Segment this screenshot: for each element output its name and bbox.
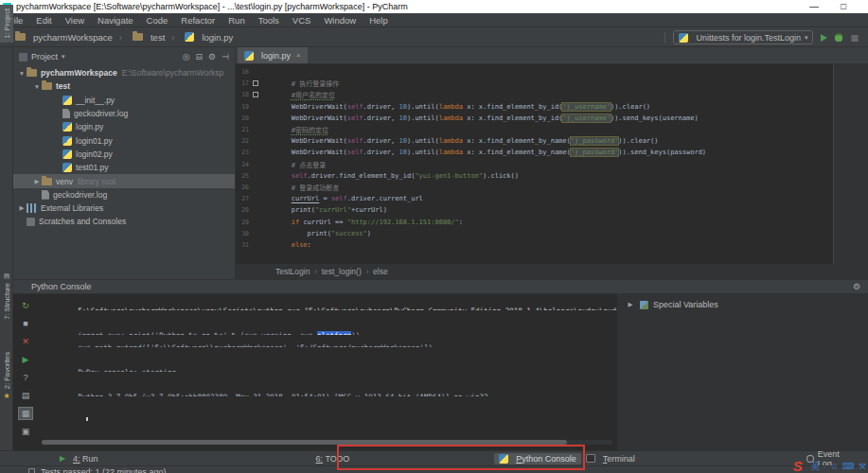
close-tab-icon[interactable]: × xyxy=(296,51,301,60)
settings-icon[interactable]: ⚙ xyxy=(208,52,216,61)
menu-item[interactable]: Navigate xyxy=(91,15,140,26)
editor-tab-login-py[interactable]: login.py × xyxy=(238,47,308,63)
tree-item[interactable]: ▼ pycharmWorkspace E:\Software\pycharmWo… xyxy=(13,66,235,79)
tree-item-icon xyxy=(62,96,72,105)
minimize-button[interactable]: — xyxy=(809,0,819,13)
navbar-item[interactable]: pycharmWorkspace xyxy=(15,32,113,43)
tool-window-tab-favorites[interactable]: 2: Favorites ★ xyxy=(0,352,13,400)
help-icon[interactable]: ? xyxy=(19,372,32,383)
code-token: self xyxy=(331,195,347,202)
console-token xyxy=(78,418,86,421)
tool-window-button-label: 4: Run xyxy=(73,454,98,464)
line-number: 29 xyxy=(236,219,251,226)
run-configuration-select[interactable]: Unittests for login.TestLogin ▾ xyxy=(673,30,813,44)
debug-button[interactable] xyxy=(835,33,842,42)
execute-icon[interactable]: ▶ xyxy=(19,354,32,365)
tree-item[interactable]: ▼ test xyxy=(13,79,235,93)
tree-item[interactable]: ▶ venv library root xyxy=(13,174,235,187)
line-number: 30 xyxy=(236,230,251,237)
tool-window-button[interactable]: 4: Run xyxy=(55,453,103,464)
console-settings-icon[interactable]: ▤ xyxy=(19,390,32,401)
locate-icon[interactable]: ◎ xyxy=(183,52,190,61)
tool-window-button[interactable]: Terminal xyxy=(581,453,640,464)
code-line: 26 # 登录成功断言 xyxy=(236,182,833,193)
code-line: 30 print("success") xyxy=(236,228,833,239)
tree-item[interactable]: ▶ External Libraries xyxy=(13,201,235,215)
special-variables-node[interactable]: ▶ Special Variables xyxy=(626,300,868,309)
code-line: 16 xyxy=(236,66,833,78)
menu-item[interactable]: Edit xyxy=(29,15,58,26)
console-line: E:\Software\pycharmWorkspace\venv\Script… xyxy=(44,298,617,310)
window-title: pycharmWorkspace [E:\Software\pycharmWor… xyxy=(16,2,408,11)
menu-item[interactable]: Help xyxy=(363,15,395,26)
line-number: 19 xyxy=(236,103,251,111)
coverage-button[interactable]: ▦ xyxy=(850,33,859,43)
tree-item[interactable]: geckodriver.log xyxy=(13,188,235,201)
maximize-button[interactable]: ▢ xyxy=(840,0,847,13)
tree-item[interactable]: login01.py xyxy=(13,133,235,147)
sogou-tool-icon[interactable]: ⌨ xyxy=(842,462,855,471)
chevron-down-icon[interactable]: ▾ xyxy=(62,53,65,61)
menu-item[interactable]: VCS xyxy=(286,15,318,26)
tool-window-tab-project[interactable]: 1: Project xyxy=(0,5,13,43)
tree-item[interactable]: login.py xyxy=(13,120,235,133)
tool-window-button-icon xyxy=(586,454,595,463)
code-token: 'j_username' xyxy=(562,114,611,122)
code-line: 27 currUrl = self.driver.current_url xyxy=(236,193,833,204)
breadcrumb-item[interactable]: else xyxy=(362,267,388,276)
navbar-item[interactable]: login.py xyxy=(165,32,233,43)
sogou-tool-icon[interactable]: ⚒ xyxy=(859,462,866,471)
code-token: .driver, xyxy=(363,137,399,145)
breadcrumb-item[interactable]: test_login() xyxy=(310,267,361,276)
sogou-tool-icon[interactable]: · xyxy=(824,462,826,471)
project-panel-title[interactable]: Project xyxy=(31,52,58,61)
menu-item[interactable]: Code xyxy=(140,15,175,26)
console-output[interactable]: E:\Software\pycharmWorkspace\venv\Script… xyxy=(38,294,617,450)
editor-scrollbar-stripe[interactable] xyxy=(833,64,868,264)
tree-expand-arrow[interactable]: ▼ xyxy=(17,70,27,77)
sogou-tool-icon[interactable]: 英 xyxy=(811,462,820,471)
gear-icon[interactable]: ⚙ xyxy=(853,282,860,291)
code-editor[interactable]: 16 17 # 执行登录操作 18 #用户名的定位 19 WebDriverWa… xyxy=(236,64,833,264)
stop-icon[interactable]: ■ xyxy=(19,318,32,329)
console-line xyxy=(44,310,617,323)
navbar-item-label: login.py xyxy=(202,32,233,43)
scroll-to-end-icon[interactable]: ▣ xyxy=(19,426,32,437)
tree-expand-arrow[interactable]: ▶ xyxy=(17,204,27,212)
console-line: PyDev console: starting. xyxy=(44,359,617,372)
show-variables-icon[interactable]: ▦ xyxy=(19,408,32,419)
project-tree: ▼ pycharmWorkspace E:\Software\pycharmWo… xyxy=(13,66,235,229)
rerun-console-icon[interactable]: ↻ xyxy=(19,300,32,311)
code-token: x: x.find_element_by_id( xyxy=(467,114,562,122)
tree-item[interactable]: __init__.py xyxy=(13,94,235,107)
breadcrumb-item[interactable]: TestLogin xyxy=(275,267,310,276)
menu-item[interactable]: Refactor xyxy=(174,15,221,26)
collapse-all-icon[interactable]: ⊟ xyxy=(196,52,204,61)
sogou-tool-icon[interactable]: ☺ xyxy=(830,462,839,471)
menu-item[interactable]: Run xyxy=(221,15,251,26)
menu-item[interactable]: Tools xyxy=(252,15,286,26)
structure-icon: ▤ xyxy=(4,272,10,280)
title-bar: pycharmWorkspace [E:\Software\pycharmWor… xyxy=(0,0,868,13)
hide-panel-icon[interactable]: ⊣ xyxy=(221,52,229,61)
tree-item[interactable]: geckodriver.log xyxy=(13,107,235,120)
tree-item-icon xyxy=(62,109,70,118)
sogou-logo-icon[interactable]: S xyxy=(793,460,803,473)
tree-expand-arrow[interactable]: ▶ xyxy=(32,178,42,185)
menu-item[interactable]: View xyxy=(59,15,91,26)
code-line: 22 WebDriverWait(self.driver, 10).until(… xyxy=(236,135,833,147)
tree-item[interactable]: test01.py xyxy=(13,161,235,174)
code-token: self xyxy=(292,172,308,180)
navbar-item-icon xyxy=(15,33,26,41)
tree-expand-arrow[interactable]: ▼ xyxy=(32,83,42,90)
tool-window-tab-structure[interactable]: ▤ 7: Structure xyxy=(0,272,13,320)
navbar-item[interactable]: test xyxy=(113,32,165,43)
variables-icon xyxy=(640,301,648,309)
close-console-icon[interactable]: ✕ xyxy=(19,336,32,347)
expand-arrow-icon[interactable]: ▶ xyxy=(626,301,635,308)
tree-item[interactable]: login02.py xyxy=(13,148,235,161)
run-button[interactable] xyxy=(821,34,827,42)
code-token: self xyxy=(347,149,363,156)
tree-item[interactable]: Scratches and Consoles xyxy=(13,215,235,228)
menu-item[interactable]: Window xyxy=(317,15,363,26)
